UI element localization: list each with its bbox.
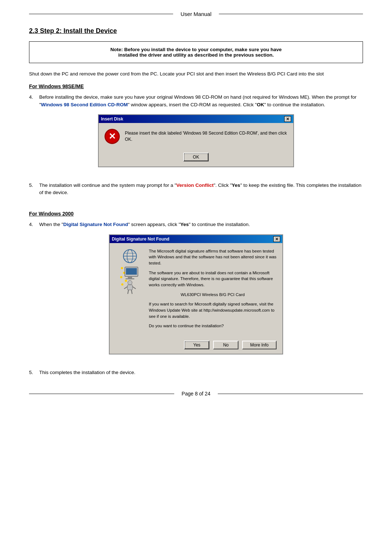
- subsection-win98: For Windows 98SE/ME: [29, 83, 363, 89]
- sig-text-area: The Microsoft digital signature affirms …: [149, 248, 277, 333]
- insert-disk-message: Please insert the disk labeled 'Windows …: [125, 130, 287, 143]
- footer-line: Page 8 of 24: [29, 391, 363, 397]
- error-icon: ✕: [105, 129, 120, 144]
- svg-rect-12: [128, 276, 132, 278]
- svg-line-19: [131, 290, 132, 294]
- win2000-step4-end: " to continue the installation.: [189, 222, 250, 227]
- digital-signature-close-btn[interactable]: ✕: [273, 236, 280, 242]
- step5-mid: ". Click ": [214, 182, 232, 188]
- digital-signature-dialog: Digital Signature Not Found ✕: [109, 234, 283, 354]
- header-left-rule: [29, 14, 173, 14]
- digital-signature-footer: Yes No More Info: [110, 338, 282, 354]
- svg-point-14: [128, 280, 132, 285]
- insert-disk-titlebar: Insert Disk ✕: [99, 115, 293, 123]
- digital-signature-more-info-btn[interactable]: More Info: [242, 341, 277, 349]
- subsection-win2000: For Windows 2000: [29, 211, 363, 217]
- svg-point-8: [125, 280, 127, 282]
- insert-disk-body: ✕ Please insert the disk labeled 'Window…: [99, 123, 293, 150]
- insert-disk-ok-btn[interactable]: OK: [183, 153, 209, 161]
- step5-highlight: Version Conflict: [176, 182, 214, 188]
- section-title: 2.3 Step 2: Install the Device: [29, 27, 363, 35]
- step4-ok: OK: [257, 102, 264, 107]
- svg-rect-15: [127, 285, 132, 290]
- footer-right-rule: [218, 394, 363, 394]
- insert-disk-dialog: Insert Disk ✕ ✕ Please insert the disk l…: [98, 114, 294, 167]
- win2000-step4-highlight: Digital Signature Not Found: [63, 222, 128, 227]
- win2000-step4-yes: Yes: [180, 222, 189, 227]
- step5-content: The installation will continue and the s…: [39, 182, 363, 197]
- svg-point-5: [121, 267, 123, 269]
- svg-line-16: [124, 287, 127, 289]
- note-line1: Note: Before you install the device to y…: [110, 47, 282, 52]
- win2000-step5-content: This completes the installation of the d…: [39, 369, 363, 376]
- svg-line-17: [132, 287, 136, 289]
- insert-disk-footer: OK: [99, 150, 293, 167]
- svg-point-9: [121, 283, 123, 286]
- note-box: Note: Before you install the device to y…: [29, 41, 363, 63]
- win98-step4: 4. Before installing the device, make su…: [29, 94, 363, 108]
- win2000-step4: 4. When the "Digital Signature Not Found…: [29, 221, 363, 228]
- win98-list: 4. Before installing the device, make su…: [29, 94, 363, 108]
- svg-point-7: [120, 276, 122, 278]
- sig-computer-icon: [117, 248, 143, 295]
- step5-yes: Yes: [232, 182, 240, 188]
- svg-rect-13: [126, 278, 134, 279]
- win2000-step5-num: 5.: [29, 369, 39, 376]
- svg-line-18: [128, 290, 128, 294]
- digital-signature-title: Digital Signature Not Found: [112, 237, 170, 242]
- win2000-step5: 5. This completes the installation of th…: [29, 369, 363, 376]
- sig-body1: The Microsoft digital signature affirms …: [149, 248, 277, 266]
- win98-step5-list: 5. The installation will continue and th…: [29, 182, 363, 197]
- step4-after: " window appears, insert the CD-ROM as r…: [128, 102, 257, 107]
- step4-end: " to continue the installation.: [264, 102, 325, 107]
- step5-num: 5.: [29, 182, 39, 197]
- footer-title: Page 8 of 24: [174, 391, 217, 397]
- win2000-step4-num: 4.: [29, 221, 39, 228]
- step4-num: 4.: [29, 94, 39, 108]
- digital-signature-yes-btn[interactable]: Yes: [184, 341, 209, 349]
- win2000-step4-mid: " screen appears, click ": [128, 222, 180, 227]
- note-line2: installed the driver and utility as desc…: [118, 52, 274, 58]
- digital-signature-no-btn[interactable]: No: [213, 341, 238, 349]
- header-right-rule: [219, 14, 363, 14]
- win2000-step5-list: 5. This completes the installation of th…: [29, 369, 363, 376]
- page-wrapper: User Manual 2.3 Step 2: Install the Devi…: [0, 0, 392, 554]
- win2000-list: 4. When the "Digital Signature Not Found…: [29, 221, 363, 228]
- insert-disk-close-btn[interactable]: ✕: [284, 116, 291, 122]
- svg-rect-11: [126, 268, 137, 275]
- header-line: User Manual: [29, 11, 363, 17]
- sig-device-name: WL630PCI Wireless B/G PCI Card: [149, 292, 277, 298]
- header-title: User Manual: [173, 11, 219, 17]
- win2000-step4-before: When the ": [39, 222, 63, 227]
- insert-disk-title: Insert Disk: [101, 116, 123, 122]
- step4-highlight: Windows 98 Second Edition CD-ROM: [41, 102, 128, 107]
- sig-body2: The software you are about to install do…: [149, 270, 277, 288]
- footer-left-rule: [29, 394, 174, 394]
- digital-signature-titlebar: Digital Signature Not Found ✕: [110, 235, 282, 243]
- step5-before: The installation will continue and the s…: [39, 182, 176, 188]
- sig-body4: Do you want to continue the installation…: [149, 323, 277, 329]
- win2000-step4-content: When the "Digital Signature Not Found" s…: [39, 221, 363, 228]
- sig-body3: If you want to search for Microsoft digi…: [149, 301, 277, 319]
- step4-content: Before installing the device, make sure …: [39, 94, 363, 108]
- win98-step5: 5. The installation will continue and th…: [29, 182, 363, 197]
- intro-text: Shut down the PC and remove the power co…: [29, 70, 363, 78]
- sig-icon-area: [115, 248, 144, 333]
- digital-signature-body: The Microsoft digital signature affirms …: [110, 243, 282, 338]
